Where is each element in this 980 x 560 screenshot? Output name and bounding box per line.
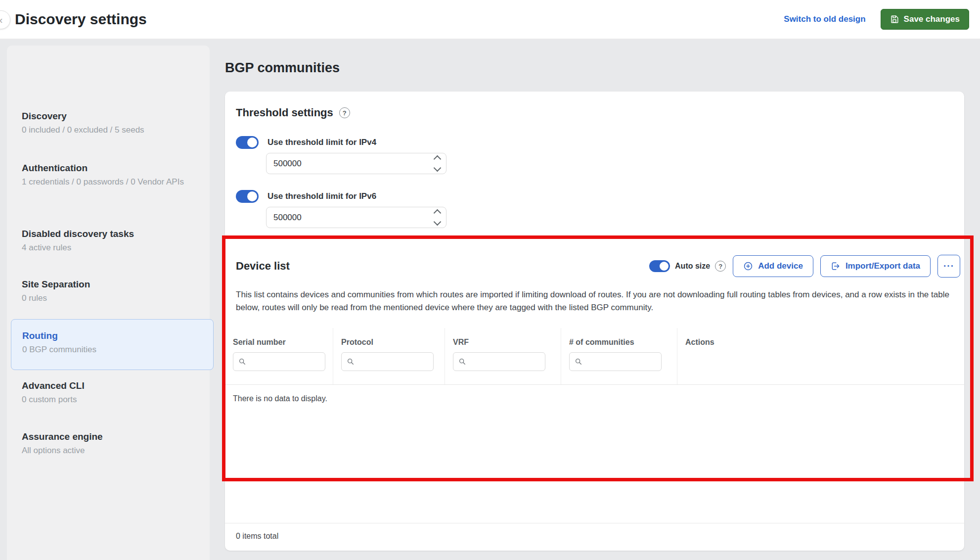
protocol-filter bbox=[341, 352, 434, 371]
device-list-heading: Device list bbox=[236, 260, 290, 273]
chevron-left-icon: ‹ bbox=[0, 14, 2, 26]
export-icon bbox=[831, 261, 841, 271]
sidebar-item-label: Site Separation bbox=[22, 278, 187, 291]
sidebar-item-subtitle: All options active bbox=[22, 445, 187, 457]
sidebar-item-subtitle: 0 BGP communities bbox=[22, 344, 193, 356]
plus-circle-icon bbox=[743, 261, 753, 271]
import-export-button[interactable]: Import/Export data bbox=[820, 255, 931, 277]
sidebar-item-subtitle: 4 active rules bbox=[22, 242, 187, 254]
page-header: ‹ Discovery settings Switch to old desig… bbox=[0, 0, 980, 39]
bgp-communities-card: Threshold settings ? Use threshold limit… bbox=[225, 92, 964, 551]
ipv4-threshold-spinner[interactable] bbox=[435, 153, 440, 174]
table-footer-divider bbox=[225, 523, 964, 523]
column-protocol: Protocol bbox=[333, 328, 445, 384]
ipv4-threshold-input-wrap bbox=[266, 153, 446, 174]
communities-search-input[interactable] bbox=[570, 353, 661, 371]
sidebar-item-label: Routing bbox=[22, 329, 193, 342]
serial-number-filter bbox=[233, 352, 325, 371]
more-actions-button[interactable]: ··· bbox=[937, 255, 960, 278]
serial-number-search-input[interactable] bbox=[233, 353, 325, 371]
communities-filter bbox=[569, 352, 662, 371]
device-list-description: This list contains devices and communiti… bbox=[236, 288, 954, 315]
column-serial-number: Serial number bbox=[225, 328, 333, 384]
save-changes-button[interactable]: Save changes bbox=[881, 9, 969, 30]
device-list-controls: Auto size ? Add device bbox=[649, 255, 960, 278]
sidebar-item-site-separation[interactable]: Site Separation 0 rules bbox=[7, 278, 210, 304]
help-icon[interactable]: ? bbox=[339, 107, 350, 118]
column-header-label: Actions bbox=[685, 338, 956, 347]
sidebar-item-subtitle: 0 rules bbox=[22, 292, 187, 304]
discovery-settings-page: ‹ Discovery settings Switch to old desig… bbox=[0, 0, 980, 560]
column-header-label: Protocol bbox=[341, 338, 437, 347]
empty-table-message: There is no data to display. bbox=[233, 394, 327, 403]
sidebar-item-subtitle: 0 custom ports bbox=[22, 394, 187, 406]
sidebar-item-discovery[interactable]: Discovery 0 included / 0 excluded / 5 se… bbox=[7, 110, 210, 136]
save-icon bbox=[890, 15, 899, 24]
page-title: Discovery settings bbox=[15, 11, 147, 28]
threshold-settings-title: Threshold settings bbox=[236, 106, 333, 119]
auto-size-label: Auto size bbox=[675, 262, 710, 271]
ellipsis-icon: ··· bbox=[943, 261, 954, 272]
ipv6-threshold-row: Use threshold limit for IPv6 bbox=[236, 190, 376, 203]
ipv6-threshold-input[interactable] bbox=[267, 207, 446, 228]
column-header-label: VRF bbox=[453, 338, 553, 347]
column-communities: # of communities bbox=[561, 328, 677, 384]
chevron-down-icon[interactable] bbox=[434, 218, 442, 226]
chevron-down-icon[interactable] bbox=[434, 164, 442, 172]
auto-size-control: Auto size ? bbox=[649, 260, 726, 272]
vrf-filter bbox=[453, 352, 545, 371]
device-table-header: Serial number Protocol VRF bbox=[225, 328, 964, 385]
sidebar-item-subtitle: 1 credentials / 0 passwords / 0 Vendor A… bbox=[22, 176, 187, 188]
settings-sidebar: Discovery 0 included / 0 excluded / 5 se… bbox=[7, 46, 210, 560]
sidebar-item-label: Discovery bbox=[22, 110, 187, 123]
sidebar-item-label: Authentication bbox=[22, 162, 187, 175]
section-title-bgp-communities: BGP communities bbox=[225, 60, 340, 76]
ipv6-threshold-input-wrap bbox=[266, 207, 446, 228]
switch-to-old-design-link[interactable]: Switch to old design bbox=[784, 14, 865, 24]
collapse-panel-button[interactable]: ‹ bbox=[0, 10, 10, 29]
column-vrf: VRF bbox=[445, 328, 561, 384]
header-actions: Switch to old design Save changes bbox=[784, 0, 969, 39]
save-button-label: Save changes bbox=[904, 14, 960, 24]
protocol-search-input[interactable] bbox=[342, 353, 433, 371]
sidebar-item-assurance-engine[interactable]: Assurance engine All options active bbox=[7, 430, 210, 457]
auto-size-toggle[interactable] bbox=[649, 260, 670, 272]
ipv4-threshold-label: Use threshold limit for IPv4 bbox=[267, 138, 376, 147]
vrf-search-input[interactable] bbox=[453, 353, 545, 371]
help-icon[interactable]: ? bbox=[715, 261, 726, 272]
ipv6-threshold-spinner[interactable] bbox=[435, 207, 440, 228]
sidebar-item-authentication[interactable]: Authentication 1 credentials / 0 passwor… bbox=[7, 162, 210, 188]
add-device-label: Add device bbox=[758, 261, 803, 271]
ipv4-threshold-row: Use threshold limit for IPv4 bbox=[236, 136, 376, 149]
column-header-label: # of communities bbox=[569, 338, 669, 347]
sidebar-item-disabled-discovery-tasks[interactable]: Disabled discovery tasks 4 active rules bbox=[7, 228, 210, 254]
sidebar-item-routing-selected[interactable]: Routing 0 BGP communities bbox=[11, 319, 214, 370]
ipv4-threshold-toggle[interactable] bbox=[236, 136, 259, 149]
column-actions: Actions bbox=[677, 328, 964, 384]
sidebar-item-label: Advanced CLI bbox=[22, 379, 187, 392]
ipv6-threshold-toggle[interactable] bbox=[236, 190, 259, 203]
ipv6-threshold-label: Use threshold limit for IPv6 bbox=[267, 191, 376, 201]
ipv4-threshold-input[interactable] bbox=[267, 153, 446, 174]
sidebar-item-label: Assurance engine bbox=[22, 430, 187, 443]
chevron-up-icon[interactable] bbox=[434, 209, 442, 217]
chevron-up-icon[interactable] bbox=[434, 155, 442, 163]
sidebar-item-subtitle: 0 included / 0 excluded / 5 seeds bbox=[22, 124, 187, 136]
add-device-button[interactable]: Add device bbox=[733, 255, 813, 277]
import-export-label: Import/Export data bbox=[846, 261, 920, 271]
device-list-title: Device list bbox=[236, 260, 290, 273]
threshold-settings-heading: Threshold settings ? bbox=[236, 106, 350, 119]
sidebar-item-advanced-cli[interactable]: Advanced CLI 0 custom ports bbox=[7, 379, 210, 406]
items-total-label: 0 items total bbox=[236, 532, 278, 541]
column-header-label: Serial number bbox=[233, 338, 325, 347]
sidebar-item-label: Disabled discovery tasks bbox=[22, 228, 187, 240]
